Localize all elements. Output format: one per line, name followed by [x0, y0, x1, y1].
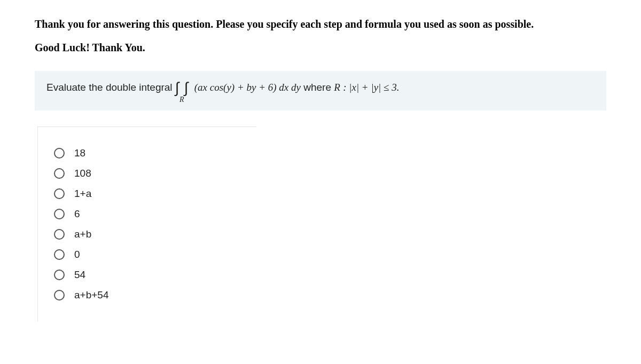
radio-icon[interactable] [54, 148, 65, 159]
question-mid: where [303, 82, 334, 93]
intro-paragraph-1: Thank you for answering this question. P… [35, 16, 606, 32]
option-row[interactable]: 108 [49, 163, 246, 184]
option-row[interactable]: 0 [49, 244, 246, 265]
question-region: Evaluate the double integral ∫ ∫ R (ax c… [35, 71, 606, 110]
integral-region-sub: R [179, 96, 184, 104]
radio-icon[interactable] [54, 270, 65, 280]
option-label: 0 [74, 249, 80, 260]
option-label: 1+a [74, 188, 91, 200]
option-label: 54 [74, 269, 85, 281]
radio-icon[interactable] [54, 229, 65, 240]
option-row[interactable]: a+b+54 [49, 285, 246, 305]
integrand: (ax cos(y) + by + 6) dx dy [194, 82, 301, 93]
intro-paragraph-2: Good Luck! Thank You. [35, 42, 606, 54]
radio-icon[interactable] [54, 249, 65, 260]
radio-icon[interactable] [54, 209, 65, 219]
option-row[interactable]: 6 [49, 204, 246, 224]
integral-sign-2: ∫ [184, 81, 189, 96]
option-label: 6 [74, 208, 80, 220]
region-condition: : |x| + |y| ≤ 3. [343, 82, 399, 93]
region-var: R [334, 82, 340, 93]
radio-icon[interactable] [54, 168, 65, 179]
option-row[interactable]: a+b [49, 224, 246, 244]
radio-icon[interactable] [54, 290, 65, 300]
option-row[interactable]: 1+a [49, 184, 246, 204]
option-row[interactable]: 18 [49, 143, 246, 163]
option-row[interactable]: 54 [49, 265, 246, 285]
radio-icon[interactable] [54, 188, 65, 199]
integral-sign-1: ∫ [175, 81, 179, 96]
option-label: a+b [74, 228, 91, 240]
options-panel: 18 108 1+a 6 a+b 0 54 a+b+54 [37, 126, 256, 321]
option-label: a+b+54 [74, 289, 108, 301]
question-prefix: Evaluate the double integral [46, 82, 175, 93]
option-label: 108 [74, 168, 91, 179]
integral-symbol-group: ∫ ∫ R [175, 81, 189, 96]
option-label: 18 [74, 147, 85, 159]
